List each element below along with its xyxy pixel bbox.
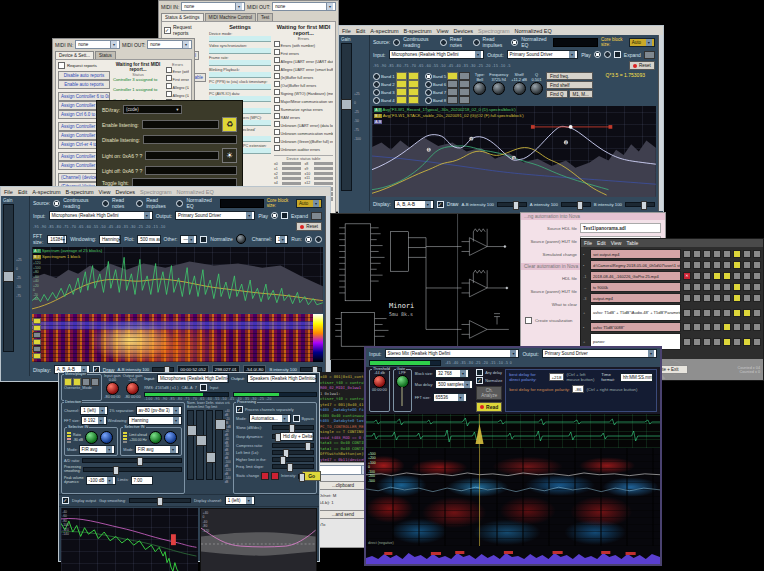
separation-select[interactable]: av-80 (pv-8w 3)▾	[136, 406, 182, 415]
error-checkbox[interactable]	[274, 137, 280, 143]
menu-view[interactable]: View	[99, 189, 111, 195]
stop-button[interactable]	[82, 378, 90, 386]
limit-ahead-knob[interactable]	[100, 431, 113, 444]
row-toggle[interactable]	[723, 323, 731, 331]
block-size-select[interactable]: 32 768▾	[435, 369, 469, 378]
core-block-select[interactable]: Auto▾	[296, 199, 322, 208]
error-checkbox[interactable]	[166, 91, 172, 97]
row-toggle[interactable]	[723, 272, 731, 280]
row-button[interactable]	[693, 309, 701, 317]
row-button[interactable]	[753, 338, 761, 346]
chevron-down-icon[interactable]: ▾	[326, 3, 333, 10]
copy-to-clipboard-button[interactable]: ...clipboard	[315, 481, 371, 490]
menu-edit[interactable]: Edit	[18, 189, 27, 195]
display-channel-select[interactable]: 1 (left)▾	[225, 496, 255, 505]
tab-status[interactable]: Status	[95, 51, 116, 59]
row-button[interactable]	[693, 261, 701, 269]
copy-icon[interactable]	[644, 51, 655, 59]
memory-button[interactable]: M1, M...	[569, 90, 593, 98]
row-button[interactable]	[753, 272, 761, 280]
play-a-radio[interactable]	[271, 212, 278, 219]
play-a-radio[interactable]	[594, 51, 601, 58]
row-toggle[interactable]	[743, 309, 751, 317]
source-normalized-eq-radio[interactable]	[176, 200, 183, 207]
band-2-toggle[interactable]	[396, 80, 407, 88]
assign-button[interactable]: Enable auto reports	[58, 80, 110, 89]
correlogram[interactable]: +500 +200 +100 0 -100 -200 -500 direct (…	[366, 448, 660, 546]
chevron-down-icon[interactable]: ▾	[246, 212, 252, 219]
ratio-knob[interactable]	[149, 431, 162, 444]
error-checkbox[interactable]	[274, 105, 280, 111]
spectrogram[interactable]	[32, 314, 323, 362]
higher-limit-slider[interactable]	[272, 457, 314, 462]
band-8-solo[interactable]	[459, 96, 470, 104]
error-checkbox[interactable]	[274, 121, 280, 127]
create-visualization-checkbox[interactable]	[525, 317, 532, 324]
band-8-toggle[interactable]	[447, 96, 458, 104]
row-button[interactable]	[683, 283, 691, 291]
error-checkbox[interactable]	[274, 89, 280, 95]
max-delay-select[interactable]: 500 samples▾	[435, 380, 473, 389]
band-1-radio[interactable]	[373, 73, 380, 80]
other-select[interactable]: —▾	[180, 235, 197, 244]
assign-button[interactable]: Disable auto reports	[58, 71, 110, 80]
smoothing-slider[interactable]	[83, 467, 182, 472]
processing-mode-select[interactable]: Automatica...▾	[249, 414, 291, 423]
row-button[interactable]	[693, 323, 701, 331]
command-field[interactable]: output.mp4	[590, 293, 681, 303]
settings-input[interactable]	[209, 60, 271, 66]
error-checkbox[interactable]	[274, 129, 280, 135]
light-off-field[interactable]	[145, 166, 237, 175]
a-intensity-slider[interactable]	[561, 202, 591, 207]
chevron-down-icon[interactable]: ▾	[510, 350, 516, 357]
row-button[interactable]	[723, 283, 731, 291]
eq-plot[interactable]: A # Avg('F3-W1_Record_1Typical_-30s_2020…	[372, 106, 656, 197]
command-field[interactable]: avlsv T5dB"0088"	[590, 322, 681, 332]
row-button[interactable]	[703, 338, 711, 346]
menu-devices[interactable]: Devices	[453, 28, 473, 34]
compress-ratio-slider[interactable]	[272, 443, 314, 448]
delete-icon[interactable]: ✕	[683, 272, 691, 280]
tab-test[interactable]: Test	[257, 13, 273, 21]
row-button[interactable]	[753, 283, 761, 291]
menu-b-spectrum[interactable]: B-spectrum	[403, 28, 431, 34]
request-reports-checkbox[interactable]	[164, 27, 171, 34]
run-b-radio[interactable]	[315, 236, 322, 243]
row-button[interactable]	[743, 283, 751, 291]
expand-and-send-button[interactable]: ...and send	[315, 510, 371, 519]
input-gain-knob[interactable]	[106, 382, 119, 395]
band-5-toggle[interactable]	[447, 72, 458, 80]
slope-slider[interactable]	[272, 425, 314, 430]
error-checkbox[interactable]	[274, 113, 280, 119]
ad-ratio-slider[interactable]	[82, 458, 182, 463]
time-format-select[interactable]: hh:MM:SS.mmeee▾	[620, 373, 653, 382]
limit-ahead-knob[interactable]	[164, 431, 177, 444]
midi-in-select[interactable]: none▾	[181, 2, 245, 11]
band-5-radio[interactable]	[425, 73, 432, 80]
defin-status-slider[interactable]	[196, 410, 203, 480]
row-button[interactable]	[733, 338, 741, 346]
command-field[interactable]: set output.mp4	[590, 249, 681, 259]
run-a-radio[interactable]	[305, 236, 312, 243]
gain-slider[interactable]	[341, 43, 352, 191]
menu-spectrogram[interactable]: Spectrogram	[478, 28, 510, 34]
row-button[interactable]	[753, 323, 761, 331]
intensity-slider[interactable]	[298, 474, 300, 479]
settings-input[interactable]	[209, 48, 271, 54]
band-4-toggle[interactable]	[396, 96, 407, 104]
chevron-down-icon[interactable]: ▾	[475, 51, 481, 58]
row-button[interactable]	[703, 323, 711, 331]
command-field[interactable]: tv 9000k	[590, 282, 681, 292]
row-button[interactable]	[693, 250, 701, 258]
tab-status-settings[interactable]: Status & Settings	[161, 13, 204, 21]
limits-select[interactable]: 7:00	[131, 476, 153, 485]
disable-listening-field[interactable]	[143, 135, 237, 144]
settings-input[interactable]	[209, 72, 271, 78]
mode-select[interactable]: FIR avg▾	[79, 445, 116, 454]
core-block-select[interactable]: Auto▾	[629, 38, 655, 47]
band-3-solo[interactable]	[408, 88, 419, 96]
row-toggle[interactable]	[723, 338, 731, 346]
row-button[interactable]	[713, 250, 721, 258]
menu-b-spectrum[interactable]: B-spectrum	[65, 189, 93, 195]
error-checkbox[interactable]	[274, 41, 280, 47]
